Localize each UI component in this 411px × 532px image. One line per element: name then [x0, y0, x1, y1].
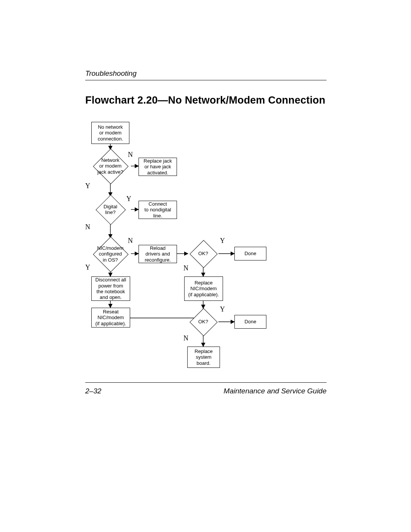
decision-ok-1: OK? [188, 240, 218, 267]
d5-text: OK? [198, 319, 208, 324]
p5-text: Reseat NIC/modem (if applicable). [96, 309, 126, 326]
process-reseat-nic: Reseat NIC/modem (if applicable). [91, 308, 130, 328]
page-title: Flowchart 2.20—No Network/Modem Connecti… [85, 94, 327, 107]
decision-jack-active: Network or modem jack active? [90, 150, 131, 182]
p6-text: Replace NIC/modem (if applicable). [188, 280, 219, 297]
guide-name: Maintenance and Service Guide [224, 387, 327, 395]
terminator-done-2: Done [234, 315, 266, 329]
p7-text: Replace system board. [194, 348, 213, 366]
process-reload-drivers: Reload drivers and reconfigure. [139, 245, 177, 263]
terminator-done-1: Done [234, 247, 266, 260]
r3-text: Reload drivers and reconfigure. [145, 245, 171, 263]
label-n-4: N [183, 264, 188, 272]
header-divider [85, 80, 327, 80]
process-replace-jack: Replace jack or have jack activated. [139, 158, 177, 176]
done1-text: Done [244, 251, 256, 256]
label-n-5: N [183, 334, 188, 342]
label-n-3: N [128, 237, 133, 245]
process-connect-nondigital: Connect to nondigital line. [139, 201, 177, 219]
process-replace-system-board: Replace system board. [187, 347, 220, 368]
start-node: No network or modem connection. [91, 122, 129, 144]
label-y-1: Y [85, 182, 90, 190]
d4-text: OK? [198, 251, 208, 256]
d3-text: NIC/modem configured in OS? [97, 245, 123, 263]
d2-text: Digital line? [104, 204, 117, 216]
decision-ok-2: OK? [188, 308, 218, 335]
running-header: Troubleshooting [85, 69, 137, 78]
label-y-2: Y [126, 195, 131, 203]
start-text: No network or modem connection. [98, 124, 123, 142]
decision-digital-line: Digital line? [90, 196, 131, 223]
page-number: 2–32 [85, 387, 101, 395]
label-y-3: Y [85, 264, 90, 272]
r1-text: Replace jack or have jack activated. [143, 158, 172, 176]
footer-divider [85, 382, 327, 383]
d1-text: Network or modem jack active? [97, 157, 123, 175]
p4-text: Disconnect all power from the notebook a… [96, 277, 126, 300]
r2-text: Connect to nondigital line. [144, 201, 171, 219]
label-y-5: Y [220, 305, 225, 313]
process-disconnect-power: Disconnect all power from the notebook a… [91, 276, 130, 301]
process-replace-nic: Replace NIC/modem (if applicable). [184, 276, 223, 301]
done2-text: Done [244, 319, 256, 324]
flowchart: No network or modem connection. Network … [85, 122, 327, 373]
label-n-1: N [128, 151, 133, 159]
label-y-4: Y [220, 237, 225, 245]
label-n-2: N [85, 223, 90, 231]
decision-configured-os: NIC/modem configured in OS? [88, 238, 132, 270]
